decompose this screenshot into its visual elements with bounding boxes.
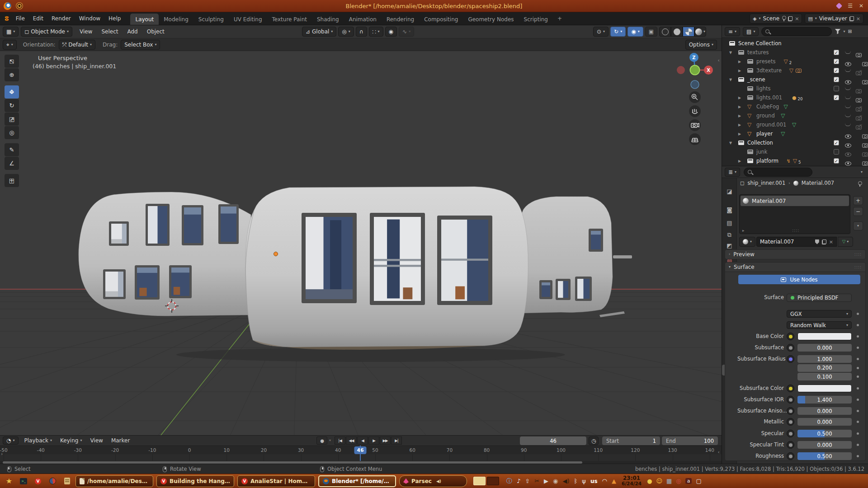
timeline-menu-marker[interactable]: Marker [107, 437, 134, 444]
outliner-row-lights[interactable]: lights [722, 84, 868, 93]
animate-dot[interactable] [857, 421, 859, 423]
preview-panel-header[interactable]: ›Preview:::: [725, 249, 866, 259]
expand-closed-icon[interactable]: ▶ [737, 105, 742, 109]
expand-closed-icon[interactable]: ▶ [737, 132, 742, 136]
launcher-file-cabinet-icon[interactable] [61, 476, 72, 487]
expand-open-icon[interactable]: ▼ [728, 51, 733, 55]
taskbar-task-file[interactable]: /home/amalie/Desktop... [75, 475, 153, 487]
collection-checkbox[interactable]: ✓ [834, 77, 839, 82]
remove-view-layer-icon[interactable]: × [856, 16, 860, 22]
viewport-menu-select[interactable]: Select [97, 28, 123, 35]
outliner-display-mode-dropdown[interactable]: ▤▾ [743, 27, 759, 36]
active-tool-dropdown[interactable]: ⌖▾ [3, 40, 17, 50]
animate-dot[interactable] [857, 432, 859, 435]
tray-wifi-icon[interactable]: ◠ [602, 478, 607, 484]
roughness-slider[interactable]: 0.500 [797, 452, 852, 460]
surface-panel-header[interactable]: ▾Surface:::: [725, 262, 866, 272]
taskbar-clock[interactable]: 23:01 6/24/24 [622, 475, 642, 487]
unlink-material-icon[interactable]: × [829, 239, 833, 245]
shading-rendered-button[interactable]: ▾ [694, 27, 706, 37]
animate-dot[interactable] [857, 444, 859, 446]
expand-closed-icon[interactable]: ▶ [737, 114, 742, 118]
outliner-row-player[interactable]: ▶▽player▽ [722, 129, 868, 138]
tray-emoji-icon[interactable]: ☺ [656, 478, 663, 484]
timeline-collapse-chevron[interactable]: ‹ [718, 449, 720, 455]
breadcrumb-object[interactable]: ship_inner.001 [748, 180, 786, 186]
surface-shader-button[interactable]: Principled BSDF [787, 294, 852, 302]
new-view-layer-icon[interactable] [849, 16, 854, 21]
collection-checkbox[interactable] [834, 86, 839, 91]
tray-usb-icon[interactable]: ψ [582, 478, 586, 484]
tray-play-icon[interactable]: ▶ [544, 478, 548, 484]
outliner-row--scene[interactable]: ▼_scene✓ [722, 75, 868, 84]
properties-tab-view-layer[interactable]: ⧉ [722, 230, 737, 240]
base-color-swatch[interactable] [797, 333, 852, 340]
outliner-editor-dropdown[interactable]: ≡▾ [725, 27, 740, 36]
tray-upload-icon[interactable]: ⇧ [525, 478, 530, 484]
ggx-dropdown[interactable]: GGX▾ [787, 310, 852, 318]
timeline-menu-view[interactable]: View [86, 437, 107, 444]
hide-viewport-eye-icon[interactable] [845, 80, 851, 84]
subsurface-aniso--slider[interactable]: 0.000 [797, 407, 852, 415]
visibility-dropdown[interactable]: ⊙▾ [593, 27, 609, 37]
cursor-tool[interactable]: ⊕ [5, 68, 19, 81]
viewport-menu-object[interactable]: Object [142, 28, 169, 35]
orientation-value-dropdown[interactable]: ⤱Default▾ [59, 40, 95, 50]
outliner-row-textures[interactable]: ▼textures✓ [722, 48, 868, 57]
workspace-tab-uv-editing[interactable]: UV Editing [229, 14, 267, 25]
add-workspace-button[interactable]: + [553, 13, 566, 24]
play-button[interactable]: ▶ [368, 436, 379, 445]
playhead[interactable] [360, 446, 361, 461]
rotate-tool[interactable]: ↻ [5, 99, 19, 112]
outliner-row-ground-001[interactable]: ▶▽ground.001▽ [722, 120, 868, 129]
workspace-2[interactable] [487, 477, 499, 485]
hide-viewport-closed-eye-icon[interactable] [845, 105, 851, 108]
workspace-tab-animation[interactable]: Animation [344, 14, 382, 25]
timeline-menu-playback[interactable]: Playback▾ [20, 437, 57, 444]
material-name-field[interactable]: Material.007 × [756, 237, 837, 247]
scale-tool[interactable]: ◲↗ [5, 113, 19, 126]
animate-dot[interactable] [857, 324, 859, 326]
collection-checkbox[interactable]: ✓ [834, 50, 839, 55]
tray-info-icon[interactable]: ⓘ [506, 478, 512, 484]
shading-material-preview-button[interactable] [683, 27, 694, 37]
keying-set-chevron[interactable]: ▾ [329, 439, 331, 442]
workspace-tab-modeling[interactable]: Modeling [159, 14, 193, 25]
browse-material-dropdown[interactable]: ▾ [739, 237, 755, 247]
workspace-tab-geometry-nodes[interactable]: Geometry Nodes [463, 14, 519, 25]
3d-scene[interactable] [0, 51, 722, 435]
hide-viewport-closed-eye-icon[interactable] [845, 51, 851, 54]
disable-render-camera-icon[interactable] [856, 116, 862, 120]
3d-viewport[interactable]: User Perspective (46) benches | ship_inn… [0, 51, 722, 435]
proportional-falloff-dropdown[interactable]: ∿▾ [399, 27, 414, 37]
pivot-point-dropdown[interactable]: ◎▾ [338, 27, 354, 37]
mode-dropdown[interactable]: ◻Object Mode▾ [21, 27, 72, 37]
launcher-favorites-icon[interactable]: ★ [4, 476, 14, 487]
expand-closed-icon[interactable]: ▶ [737, 96, 742, 100]
disable-render-camera-icon[interactable] [856, 89, 862, 93]
node-socket-icon[interactable] [787, 407, 794, 415]
use-preview-range-button[interactable]: ◷ [589, 436, 599, 445]
options-dropdown[interactable]: Options▾ [685, 40, 717, 50]
tray-calculator-icon[interactable]: ▦ [666, 478, 672, 484]
collection-checkbox[interactable] [834, 149, 839, 155]
end-frame-field[interactable]: End100 [662, 436, 718, 445]
transform-orientation-dropdown[interactable]: ⊿Global▾ [302, 27, 336, 37]
drag-value-dropdown[interactable]: Select Box▾ [121, 40, 160, 50]
node-socket-icon[interactable] [787, 441, 794, 449]
slot-expand-icon[interactable]: ▸ [742, 228, 745, 233]
timeline-expand-chevron[interactable]: › [1, 451, 3, 457]
animate-dot[interactable] [857, 399, 859, 401]
tray-broadcast-icon[interactable]: ◉ [553, 478, 558, 484]
workspace-tab-layout[interactable]: Layout [130, 14, 159, 25]
viewport-menu-view[interactable]: View [75, 28, 97, 35]
menu-help[interactable]: Help [104, 12, 125, 25]
disable-render-camera-icon[interactable] [856, 98, 862, 102]
expand-closed-icon[interactable]: ▶ [737, 69, 742, 73]
outliner-row-ground[interactable]: ▶▽ground▽ [722, 111, 868, 120]
disable-render-camera-icon[interactable] [862, 143, 868, 147]
subsurface-radius-slider-2[interactable]: 0.100 [797, 373, 852, 380]
outliner-search-input[interactable] [761, 27, 832, 36]
animate-dot[interactable] [857, 347, 859, 349]
workspace-tab-texture-paint[interactable]: Texture Paint [267, 14, 312, 25]
